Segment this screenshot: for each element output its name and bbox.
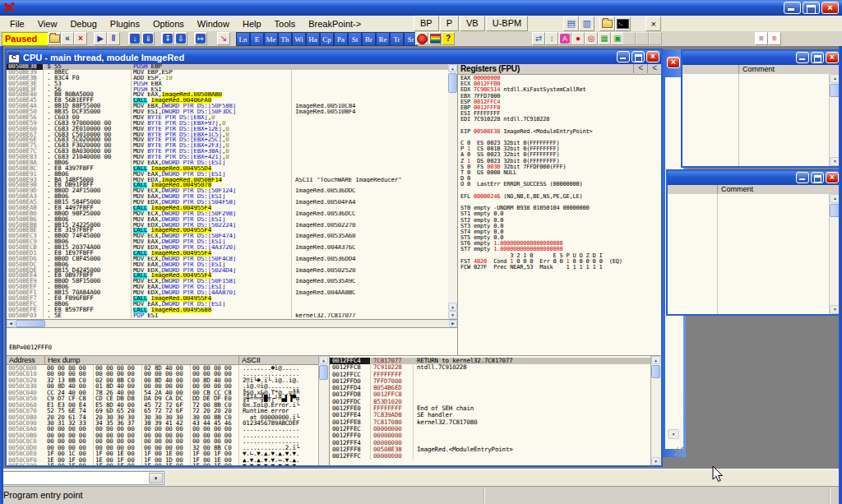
scroll-down-button[interactable]: ▼ [830,157,839,166]
toolbar-button-re[interactable]: Re [376,32,390,46]
menu-item-breakpoint-[interactable]: BreakPoint-> [302,17,368,30]
patches-button[interactable]: ▦ [598,32,611,45]
stack-pane[interactable]: 0012FFC47C817077RETURN to kernel32.7C817… [329,355,661,465]
book-button[interactable]: ▥ [579,16,594,31]
minimize-button[interactable] [617,51,630,62]
toolbar-button-ln[interactable]: Ln [236,32,250,46]
disasm-row[interactable]: 00508E83.C683 21040000 00MOV BYTE PTR DS… [7,155,448,160]
stack-row[interactable]: 0012FFFC00000000 [330,453,651,460]
appearance-a-button[interactable]: A [558,32,571,45]
menu-item-help[interactable]: Help [236,17,268,30]
toolbar-button-pa[interactable]: Pa [334,32,348,46]
scroll-thumb[interactable] [830,84,839,97]
toolbar-button-th[interactable]: Th [278,32,292,46]
minimize-button[interactable] [796,172,809,183]
go-to-address-button[interactable]: ↘ [217,32,230,45]
toolbar-button-cp[interactable]: Cp [320,32,334,46]
disasm-vscrollbar[interactable]: ▲ ▲ ▼ [448,64,457,319]
toolbar-button-tr[interactable]: Tr [390,32,404,46]
menu-item-view[interactable]: View [31,17,64,30]
watch-list-button[interactable]: ≡ [755,32,768,45]
register-line[interactable]: EIP 00508E38 ImageRed.<ModuleEntryPoint> [460,129,660,135]
comment-window-bottom-titlebar[interactable]: × [668,171,839,185]
trace-button[interactable]: ◎ [585,32,598,45]
comment-window-top-body[interactable] [682,74,830,166]
help-button[interactable]: ? [442,32,455,45]
close-button[interactable]: × [646,51,659,62]
close-button[interactable]: × [821,2,839,14]
maximize-button[interactable] [811,52,824,63]
menu-item-options[interactable]: Options [146,17,191,30]
log-button[interactable]: ⇄ [532,32,545,45]
disasm-row[interactable]: 00508E3B.83C4 F0ADD ESP,-10 [7,76,448,81]
menu-item-plugins[interactable]: Plugins [104,17,146,30]
registers-pane[interactable]: Registers (FPU) < < EAX 00000000ECX 0012… [457,64,661,355]
plugin-button-bp[interactable]: BP [414,16,439,31]
close-program-button[interactable]: × [74,32,87,45]
animate-into-button[interactable]: ↧ [161,32,174,45]
scroll-left-button[interactable]: ◀ [7,320,15,327]
scroll-up-button[interactable]: ▲ [448,64,457,72]
plugin-toolbar-close-button[interactable]: × [645,16,661,31]
scroll-up-button[interactable]: ▲ [830,74,839,83]
pause-button[interactable]: ‖ [107,32,120,45]
source-list-button[interactable]: ≡ [768,32,781,45]
scroll-thumb[interactable] [448,73,457,93]
plugin-button-vb[interactable]: VB [460,16,485,31]
menu-item-tools[interactable]: Tools [268,17,303,30]
comment-window-top[interactable]: × Comment ▲ ▼ [681,49,839,168]
menu-item-debug[interactable]: Debug [63,17,103,30]
toolbar-well-2[interactable] [636,32,649,45]
resize-grip[interactable] [674,447,684,457]
dump-row[interactable]: 0050C1001F 00 1F 001F 00 1F 001F 00 1F 0… [7,463,319,465]
toolbar-button-e[interactable]: E [250,32,264,46]
dump-vscrollbar[interactable]: ▲ [318,356,329,465]
close-button[interactable]: × [826,52,839,63]
disasm-row[interactable]: 00508EF7.E8 F896F8FFCALL ImageRed.004955… [7,296,448,302]
comment-window-bottom[interactable]: × Comment ▲ ▼ [666,169,839,316]
scroll-up-button-2[interactable]: ▲ [448,303,457,311]
menu-item-file[interactable]: File [3,17,31,30]
plugin-button-u-bpm[interactable]: U-BPM [486,16,528,31]
registers-next-button[interactable]: < [647,64,661,73]
disasm-row[interactable]: 00508E9D.8B0D 24F15000MOV ECX,DWORD PTR … [7,188,448,194]
open-folder-button[interactable] [599,16,615,31]
close-button[interactable]: × [826,172,839,183]
restore-button[interactable] [803,2,820,14]
title-bar[interactable]: × [0,0,842,16]
toolbar-button-ha[interactable]: Ha [306,32,320,46]
disasm-row[interactable]: 00508EE9.8B0D 58F15000MOV ECX,DWORD PTR … [7,279,448,284]
appearance-rainbow-button[interactable] [428,32,442,45]
maximize-button[interactable] [632,51,645,62]
background-window-close-button[interactable]: × [667,57,680,68]
scroll-up-button[interactable]: ▲ [319,356,328,364]
cpu-window-titlebar[interactable]: C CPU - main thread, module ImageRed × [7,50,661,64]
animate-over-button[interactable]: ⇩ [174,32,187,45]
step-into-button[interactable]: ↓ [128,32,141,45]
disasm-row[interactable]: 00508F03.5EPOP ESIkernel32.7C817077 [7,313,448,319]
comment-window-bottom-scrollbar[interactable]: ▲ ▼ [830,194,839,314]
scroll-down-button[interactable]: ▼ [668,429,679,439]
scroll-up-button[interactable]: ▲ [651,356,660,364]
scroll-up-button[interactable]: ▲ [830,194,839,203]
scroll-thumb[interactable] [830,204,839,217]
dump-pane[interactable]: Address Hex dump ASCII 0050C00000 00 00 … [7,355,329,465]
scroll-down-button[interactable]: ▼ [830,305,839,314]
minimize-button[interactable] [784,2,801,14]
register-line[interactable]: O 0 LastErr ERROR_SUCCESS (00000000) [460,182,660,187]
menu-item-window[interactable]: Window [191,17,236,30]
comment-window-top-scrollbar[interactable]: ▲ ▼ [830,74,839,166]
disasm-row[interactable]: 00508ED6.8B0D C8F45000MOV ECX,DWORD PTR … [7,257,448,262]
comment-window-bottom-body[interactable] [668,194,830,314]
disasm-row[interactable]: 00508EFE.E8 8597F8FFCALL ImageRed.004956… [7,307,448,313]
toolbar-button-wi[interactable]: Wi [292,32,306,46]
disasm-row[interactable]: 00508E8C.E8 4397F8FFCALL ImageRed.004955… [7,166,448,172]
register-line[interactable]: FCW 027F Prec NEAR,53 Mask 1 1 1 1 1 1 [460,265,660,270]
disasm-row[interactable]: 00508E38$55PUSH EBP [7,64,448,70]
cpu-window[interactable]: C CPU - main thread, module ImageRed × 0… [5,49,663,467]
scroll-thumb[interactable] [16,320,45,327]
stack-vscrollbar[interactable]: ▲ ▼ [650,356,661,465]
open-file-button[interactable] [48,32,61,45]
scroll-thumb[interactable] [319,365,328,380]
execute-till-return-button[interactable]: ↦ [194,32,207,45]
